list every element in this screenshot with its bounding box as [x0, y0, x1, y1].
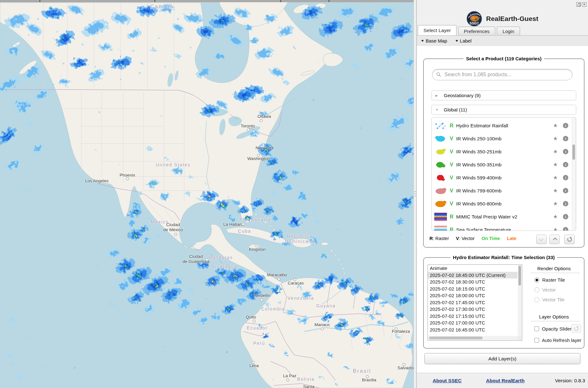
tab-login[interactable]: Login [497, 27, 520, 35]
tab-preferences[interactable]: Preferences [458, 27, 495, 35]
time-list-horizontal-scrollbar[interactable] [428, 336, 517, 340]
mimic-tpw-thumbnail-icon [434, 213, 447, 221]
search-input[interactable] [444, 71, 568, 78]
drag-dots-icon [415, 190, 416, 198]
time-list-item[interactable]: 2025-07-02 18:30:00 UTC [428, 278, 517, 285]
app-brand: SSEC RealEarth-Guest [417, 11, 588, 27]
product-row[interactable]: VIR Winds 250-100mb★i [432, 132, 576, 145]
scrollbar-thumb[interactable] [518, 266, 521, 285]
type-key-item: R: Raster [429, 236, 449, 241]
scrollbar-thumb[interactable] [429, 337, 483, 339]
dropdown-arrow-icon [456, 40, 458, 42]
info-icon[interactable]: i [563, 201, 568, 206]
product-type-letter: V [450, 136, 456, 142]
ir-winds-yellow-thumbnail-icon [434, 148, 447, 156]
checkbox-auto-refresh-layer[interactable]: Auto Refresh layer [534, 338, 581, 343]
favorite-star-icon[interactable]: ★ [553, 213, 558, 220]
sea-surface-temp-thumbnail-icon [434, 226, 447, 231]
category-label: Geostationary (9) [444, 93, 481, 98]
time-list-item[interactable]: 2025-07-02 17:15:00 UTC [428, 313, 517, 320]
product-row[interactable]: RSea Surface Temperature★i [432, 223, 576, 231]
layer-options-title: Layer Options [529, 314, 579, 319]
tab-select-layer[interactable]: Select Layer [418, 25, 456, 35]
time-group-title: Hydro Estimator Rainfall: Time Selection… [450, 255, 558, 260]
radio-raster-tile[interactable]: Raster Tile [534, 277, 565, 283]
favorite-star-icon[interactable]: ★ [553, 174, 558, 181]
info-icon[interactable]: i [563, 227, 568, 231]
product-row[interactable]: VIR Winds 500-351mb★i [432, 158, 576, 171]
product-row[interactable]: VIR Winds 799-600mb★i [432, 184, 576, 197]
divider-line [531, 273, 580, 273]
info-icon[interactable]: i [563, 123, 568, 128]
about-ssec-link[interactable]: About SSEC [433, 378, 462, 384]
favorite-star-icon[interactable]: ★ [553, 161, 558, 168]
checkbox-icon [534, 326, 539, 331]
product-list-scrollbar[interactable] [572, 117, 576, 231]
category-geostationary[interactable]: ▶ Geostationary (9) [431, 90, 576, 100]
product-search [432, 69, 572, 80]
radio-vector-tile[interactable]: Vector Tile [534, 297, 564, 302]
scroll-down-button[interactable] [536, 235, 547, 244]
product-row[interactable]: RMIMIC Total Precip Water v2★i [432, 210, 576, 223]
info-icon[interactable]: i [563, 162, 568, 167]
checkbox-opacity-slider[interactable]: Opacity Slider [534, 326, 571, 331]
ir-winds-salmon-thumbnail-icon [434, 187, 447, 195]
status-key-on-time: On Time [482, 236, 500, 241]
time-list-vertical-scrollbar[interactable] [518, 265, 522, 336]
radio-vector[interactable]: Vector [534, 287, 556, 292]
info-icon[interactable]: i [563, 214, 568, 219]
category-label: Global (11) [444, 107, 467, 112]
dropdown-base-map[interactable]: Base Map [421, 38, 447, 43]
product-type-letter: V [450, 149, 456, 155]
favorite-star-icon[interactable]: ★ [553, 135, 558, 142]
time-list-item[interactable]: 2025-07-02 18:45:00 UTC (Current) [428, 272, 517, 279]
checkbox-icon [534, 338, 539, 343]
refresh-products-button[interactable] [564, 235, 575, 244]
favorite-star-icon[interactable]: ★ [553, 148, 558, 155]
add-layers-button[interactable]: Add Layer(s) [424, 353, 580, 364]
product-type-key: R: RasterV: VectorOn TimeLate [429, 236, 517, 241]
status-key-late: Late [507, 236, 517, 241]
time-list-item[interactable]: 2025-07-02 18:00:00 UTC [428, 292, 517, 299]
time-list-item[interactable]: 2025-07-02 18:15:00 UTC [428, 285, 517, 292]
product-row[interactable]: VIR Winds 350-251mb★i [432, 145, 576, 158]
product-type-letter: R [450, 123, 456, 129]
main-tabs: Select LayerPreferencesLogin [418, 25, 522, 35]
product-name: IR Winds 250-100mb [456, 136, 553, 141]
favorite-star-icon[interactable]: ★ [553, 226, 558, 231]
radio-button-icon [534, 287, 539, 292]
time-list-item[interactable]: Animate [428, 265, 517, 272]
map-canvas[interactable]: CanadaOttawaTorontoNew YorkWashingtonUni… [0, 0, 414, 388]
info-icon[interactable]: i [563, 175, 568, 180]
info-icon[interactable]: i [563, 149, 568, 154]
product-row[interactable]: RHydro Estimator Rainfall★i [432, 119, 576, 132]
time-list-item[interactable]: 2025-07-02 16:45:00 UTC [428, 326, 517, 333]
product-row[interactable]: VIR Winds 599-400mb★i [432, 171, 576, 184]
close-window-icon[interactable]: × [582, 2, 586, 7]
time-list-item[interactable]: 2025-07-02 17:45:00 UTC [428, 299, 517, 306]
panel-resize-handle[interactable] [414, 0, 416, 388]
category-global[interactable]: ▼ Global (11) [431, 105, 576, 115]
scrollbar-thumb[interactable] [572, 144, 575, 160]
product-name: IR Winds 799-600mb [456, 188, 553, 193]
product-row[interactable]: VIR Winds 950-800mb★i [432, 197, 576, 210]
app-title: RealEarth-Guest [486, 15, 538, 23]
favorite-star-icon[interactable]: ★ [553, 187, 558, 194]
dropdown-label[interactable]: Label [456, 38, 472, 43]
info-icon[interactable]: i [563, 136, 568, 141]
product-name: IR Winds 950-800mb [456, 201, 553, 206]
opacity-refresh-button[interactable] [571, 324, 581, 333]
about-realearth-link[interactable]: About RealEarth [486, 378, 524, 384]
refresh-icon [574, 326, 578, 331]
divider-line [531, 321, 580, 321]
scroll-up-button[interactable] [549, 235, 560, 244]
product-type-letter: R [450, 214, 456, 220]
info-icon[interactable]: i [563, 188, 568, 193]
favorite-star-icon[interactable]: ★ [553, 122, 558, 129]
product-name: IR Winds 599-400mb [456, 175, 553, 180]
time-list-item[interactable]: 2025-07-02 17:30:00 UTC [428, 306, 517, 313]
ssec-logo-icon: SSEC [466, 11, 482, 27]
favorite-star-icon[interactable]: ★ [553, 200, 558, 207]
restore-window-icon[interactable] [576, 2, 581, 7]
time-list-item[interactable]: 2025-07-02 17:00:00 UTC [428, 319, 517, 326]
